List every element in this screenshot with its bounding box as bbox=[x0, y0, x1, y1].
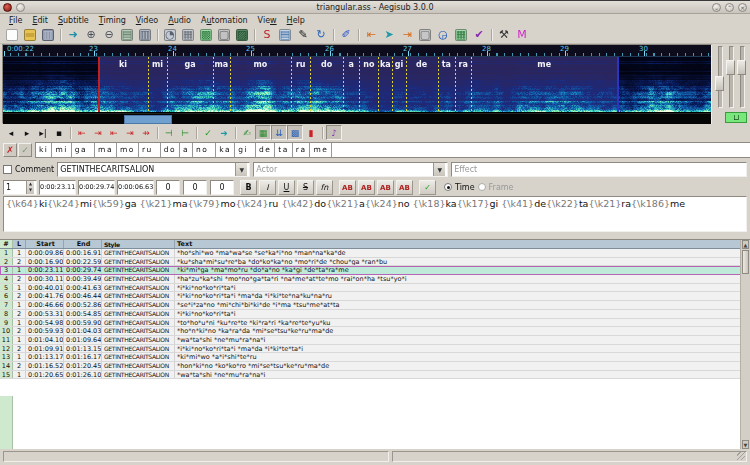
spell-checker-icon[interactable]: S bbox=[259, 27, 275, 43]
karaoke-divider[interactable] bbox=[438, 57, 439, 112]
new-subtitles-icon[interactable] bbox=[4, 27, 20, 43]
karaoke-divider[interactable] bbox=[148, 57, 149, 112]
comment-checkbox[interactable] bbox=[3, 165, 12, 174]
menu-automation[interactable]: Automation bbox=[196, 15, 253, 26]
open-subtitles-icon[interactable]: ▬ bbox=[22, 27, 38, 43]
color-button-1[interactable]: AB bbox=[339, 180, 356, 195]
color-button-4[interactable]: AB bbox=[396, 180, 413, 195]
grid-header-l[interactable]: L bbox=[13, 240, 26, 248]
karaoke-divider[interactable] bbox=[343, 57, 344, 112]
audio-video-icon[interactable]: ▥ bbox=[137, 27, 153, 43]
bold-button[interactable]: B bbox=[240, 180, 257, 195]
grid-header-text[interactable]: Text bbox=[175, 240, 750, 248]
play-line-button[interactable]: ▸| bbox=[35, 125, 51, 140]
karaoke-divider[interactable] bbox=[406, 57, 407, 112]
karaoke-syllable-cell[interactable]: ru bbox=[139, 143, 161, 157]
karaoke-syllable-cell[interactable]: a bbox=[180, 143, 193, 157]
audio-display[interactable]: 0:00:222324252627282930 kimigamamorudoan… bbox=[2, 44, 712, 124]
shift-to-video-icon[interactable]: ◶ bbox=[435, 27, 451, 43]
karaoke-accept-button[interactable]: ✓ bbox=[18, 143, 32, 157]
audio-scrollbar[interactable] bbox=[3, 113, 711, 124]
subtitle-row-14[interactable]: 1420:01:16.520:01:20.45GETINTHECARITSALI… bbox=[0, 362, 750, 371]
redo-icon[interactable]: ↻ bbox=[313, 27, 329, 43]
goto-selection-button[interactable]: ➜ bbox=[216, 125, 232, 140]
grid-scrollbar[interactable]: ▲ ▼ bbox=[740, 240, 750, 449]
strikeout-button[interactable]: S bbox=[297, 180, 314, 195]
play-after-button[interactable]: ▸ bbox=[19, 125, 35, 140]
audio-hzoom-thumb[interactable] bbox=[726, 60, 735, 75]
fonts-collector-icon[interactable]: ▨ bbox=[234, 27, 250, 43]
video-zoom-icon[interactable]: ▤ bbox=[119, 27, 135, 43]
subtitle-text-editor[interactable]: {\k64}ki{\k24}mi{\k59}ga {\k21}ma{\k79}m… bbox=[3, 196, 747, 232]
video-jump-end-icon[interactable]: ⇥ bbox=[399, 27, 415, 43]
subtitle-row-13[interactable]: 1310:01:13.170:01:16.17GETINTHECARITSALI… bbox=[0, 353, 750, 362]
karaoke-syllable-cell[interactable]: ta bbox=[275, 143, 293, 157]
menu-help[interactable]: Help bbox=[282, 15, 310, 26]
grid-scroll-up[interactable]: ▲ bbox=[742, 240, 749, 249]
karaoke-cancel-button[interactable]: ✗ bbox=[3, 143, 17, 157]
menu-view[interactable]: View bbox=[253, 15, 282, 26]
options-icon[interactable]: ✐ bbox=[338, 27, 354, 43]
play-before-button[interactable]: ◂ bbox=[3, 125, 19, 140]
subtitle-row-10[interactable]: 1020:00:59.930:01:04.03GETINTHECARITSALI… bbox=[0, 327, 750, 336]
menu-edit[interactable]: Edit bbox=[27, 15, 53, 26]
shift-end-back-button[interactable]: ⇤ bbox=[106, 125, 122, 140]
resize-grip[interactable] bbox=[737, 452, 745, 460]
play-500-button[interactable]: ⇸ bbox=[138, 125, 154, 140]
karaoke-syllable-cell[interactable]: de bbox=[256, 143, 275, 157]
subtitle-row-8[interactable]: 820:00:53.310:00:54.85GETINTHECARITSALIO… bbox=[0, 310, 750, 319]
styles-manager-icon[interactable]: ▩ bbox=[198, 27, 214, 43]
subtitle-row-15[interactable]: 1510:01:20.650:01:26.10GETINTHECARITSALI… bbox=[0, 371, 750, 380]
shift-times-icon[interactable]: ◔ bbox=[162, 27, 178, 43]
properties-icon[interactable]: ▤ bbox=[277, 27, 293, 43]
save-subtitles-icon[interactable]: ▥ bbox=[40, 27, 56, 43]
subtitle-row-2[interactable]: 220:00:16.900:00:22.59GETINTHECARITSALIO… bbox=[0, 258, 750, 267]
selection-end-marker[interactable] bbox=[617, 57, 619, 112]
karaoke-syllable-cell[interactable]: ka bbox=[216, 143, 235, 157]
subtitle-row-4[interactable]: 420:00:30.110:00:39.49GETINTHECARITSALIO… bbox=[0, 275, 750, 284]
grid-header-num[interactable]: # bbox=[0, 240, 13, 248]
karaoke-divider[interactable] bbox=[378, 57, 379, 112]
selection-start-marker[interactable] bbox=[98, 57, 100, 112]
shift-start-back-button[interactable]: ⇤ bbox=[74, 125, 90, 140]
karaoke-syllable-cell[interactable]: gi bbox=[235, 143, 256, 157]
close-button[interactable]: × bbox=[738, 3, 747, 12]
snap-start-button[interactable]: ⊣ bbox=[161, 125, 177, 140]
subtitle-row-7[interactable]: 710:00:46.660:00:52.86GETINTHECARITSALIO… bbox=[0, 301, 750, 310]
translation-assistant-icon[interactable]: M bbox=[514, 27, 530, 43]
auto-commit-button[interactable]: ▦ bbox=[255, 125, 271, 140]
zoom-in-icon[interactable]: ⊕ bbox=[83, 27, 99, 43]
karaoke-divider[interactable] bbox=[392, 57, 393, 112]
color-button-3[interactable]: AB bbox=[377, 180, 394, 195]
stop-button[interactable]: ▪ bbox=[51, 125, 67, 140]
menu-timing[interactable]: Timing bbox=[94, 15, 131, 26]
actor-combo-arrow[interactable]: ▼ bbox=[433, 163, 445, 176]
select-lines-icon[interactable]: ▦ bbox=[180, 27, 196, 43]
layer-spin-buttons[interactable]: ▲▼ bbox=[26, 181, 34, 194]
karaoke-divider[interactable] bbox=[230, 57, 231, 112]
karaoke-divider[interactable] bbox=[167, 57, 168, 112]
subtitle-row-6[interactable]: 620:00:41.760:00:46.44GETINTHECARITSALIO… bbox=[0, 292, 750, 301]
audio-time-ruler[interactable]: 0:00:222324252627282930 bbox=[3, 45, 711, 57]
subtitle-row-1[interactable]: 110:00:09.860:00:16.91GETINTHECARITSALIO… bbox=[0, 249, 750, 258]
karaoke-divider[interactable] bbox=[359, 57, 360, 112]
font-button[interactable]: fn bbox=[316, 180, 333, 195]
layer-spinner[interactable]: 1 ▲▼ bbox=[3, 180, 37, 195]
margin-field-3[interactable]: 0 bbox=[210, 180, 234, 195]
auto-scroll-button[interactable]: ⇊ bbox=[271, 125, 287, 140]
margin-field-2[interactable]: 0 bbox=[183, 180, 207, 195]
snap-end-button[interactable]: ⊢ bbox=[177, 125, 193, 140]
karaoke-syllable-cell[interactable]: ma bbox=[95, 143, 117, 157]
attachments-icon[interactable]: ▢ bbox=[216, 27, 232, 43]
spectrum-mode-button[interactable]: ▩ bbox=[287, 125, 303, 140]
style-combo-arrow[interactable]: ▼ bbox=[235, 163, 247, 176]
commit-button[interactable]: ✓ bbox=[419, 180, 436, 195]
effect-field[interactable]: Effect bbox=[451, 162, 747, 177]
grid-scrollbar-thumb[interactable] bbox=[742, 250, 749, 274]
grid-header-style[interactable]: Style bbox=[102, 240, 175, 248]
snap-scene-icon[interactable]: ▢ bbox=[417, 27, 433, 43]
karaoke-divider[interactable] bbox=[291, 57, 292, 112]
karaoke-syllable-cell[interactable]: mo bbox=[117, 143, 139, 157]
grid-scroll-down[interactable]: ▼ bbox=[742, 440, 749, 449]
menu-audio[interactable]: Audio bbox=[163, 15, 196, 26]
